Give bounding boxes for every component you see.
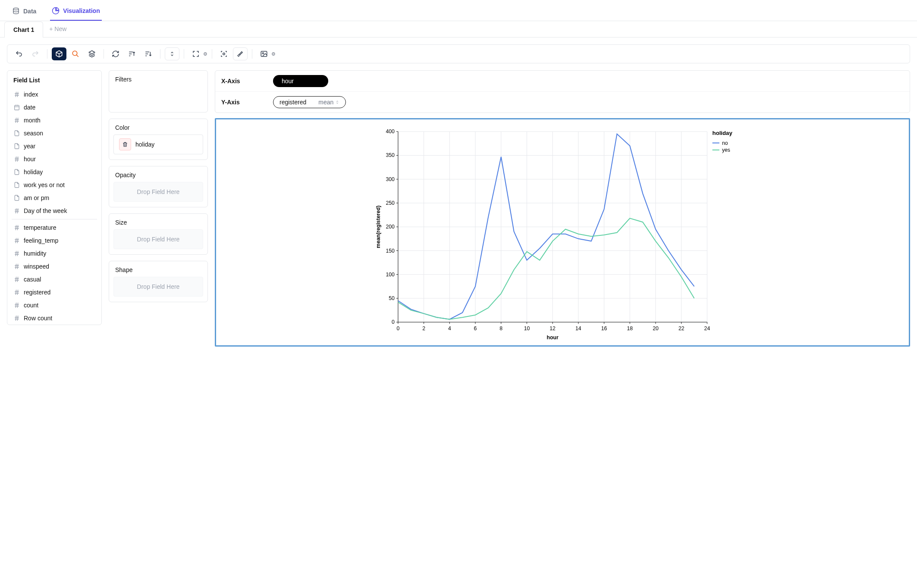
svg-text:2: 2 xyxy=(422,325,425,332)
field-humidity[interactable]: humidity xyxy=(7,247,101,260)
field-label: humidity xyxy=(24,250,46,257)
svg-text:50: 50 xyxy=(389,295,395,301)
tab-visualization[interactable]: Visualization xyxy=(50,3,101,21)
svg-text:0: 0 xyxy=(392,319,395,325)
field-index[interactable]: index xyxy=(7,88,101,101)
hash-icon xyxy=(13,315,20,322)
field-hour[interactable]: hour xyxy=(7,153,101,166)
field-holiday[interactable]: holiday xyxy=(7,166,101,178)
color-field-label: holiday xyxy=(135,141,154,148)
field-label: season xyxy=(24,130,43,137)
svg-text:8: 8 xyxy=(499,325,502,332)
toolbar-separator xyxy=(47,49,47,59)
field-temperature[interactable]: temperature xyxy=(7,221,101,234)
refresh-button[interactable] xyxy=(108,47,123,60)
field-count[interactable]: count xyxy=(7,299,101,312)
size-title: Size xyxy=(109,214,207,229)
svg-text:hour: hour xyxy=(547,335,559,341)
fullscreen-button[interactable] xyxy=(188,47,203,60)
y-axis-field-pill[interactable]: registered mean xyxy=(273,96,346,108)
toolbar-separator xyxy=(160,49,160,59)
cube-button[interactable] xyxy=(52,47,66,60)
field-am-or-pm[interactable]: am or pm xyxy=(7,191,101,204)
undo-button[interactable] xyxy=(12,47,26,60)
hash-icon xyxy=(13,237,20,244)
svg-rect-5 xyxy=(15,105,19,110)
shape-title: Shape xyxy=(109,261,207,277)
size-dropzone[interactable]: Drop Field Here xyxy=(113,229,203,249)
field-feeling_temp[interactable]: feeling_temp xyxy=(7,234,101,247)
doc-icon xyxy=(13,169,20,175)
hash-icon xyxy=(13,289,20,296)
updown-icon xyxy=(335,100,339,104)
scan-button[interactable] xyxy=(217,47,231,60)
search-button[interactable] xyxy=(68,47,83,60)
axis-config: X-Axis hour Y-Axis registered mean xyxy=(215,70,910,113)
svg-text:18: 18 xyxy=(627,325,633,332)
field-Day-of-the-week[interactable]: Day of the week xyxy=(7,204,101,217)
field-work-yes-or-not[interactable]: work yes or not xyxy=(7,178,101,191)
remove-color-button[interactable] xyxy=(119,138,131,150)
y-agg-selector[interactable]: mean xyxy=(318,99,339,106)
field-label: date xyxy=(24,104,35,111)
svg-text:400: 400 xyxy=(386,128,395,134)
field-date[interactable]: date xyxy=(7,101,101,114)
tab-data[interactable]: Data xyxy=(10,3,38,21)
svg-text:10: 10 xyxy=(524,325,530,332)
svg-text:150: 150 xyxy=(386,248,395,254)
color-field-chip[interactable]: holiday xyxy=(113,134,203,154)
field-label: Day of the week xyxy=(24,207,67,214)
svg-text:350: 350 xyxy=(386,152,395,158)
field-winspeed[interactable]: winspeed xyxy=(7,260,101,273)
svg-point-4 xyxy=(262,53,264,54)
gear-small-icon: ⚙ xyxy=(271,51,276,57)
field-casual[interactable]: casual xyxy=(7,273,101,286)
field-registered[interactable]: registered xyxy=(7,286,101,299)
toolbar-separator xyxy=(212,49,212,59)
field-label: work yes or not xyxy=(24,181,65,188)
cal-icon xyxy=(13,104,20,111)
database-icon xyxy=(12,7,20,15)
doc-icon xyxy=(13,181,20,188)
chart-tab-bar: Chart 1 + New xyxy=(0,21,917,38)
svg-text:mean(registered): mean(registered) xyxy=(375,206,381,248)
doc-icon xyxy=(13,143,20,150)
opacity-dropzone[interactable]: Drop Field Here xyxy=(113,182,203,202)
field-year[interactable]: year xyxy=(7,140,101,153)
svg-text:0: 0 xyxy=(396,325,399,332)
hash-icon xyxy=(13,207,20,214)
redo-button[interactable] xyxy=(28,47,43,60)
sort-asc-button[interactable] xyxy=(125,47,139,60)
shape-dropzone[interactable]: Drop Field Here xyxy=(113,277,203,297)
new-chart-button[interactable]: + New xyxy=(43,21,72,37)
field-month[interactable]: month xyxy=(7,114,101,127)
field-season[interactable]: season xyxy=(7,127,101,140)
top-tab-bar: Data Visualization xyxy=(0,0,917,21)
svg-text:4: 4 xyxy=(448,325,451,332)
field-label: count xyxy=(24,302,38,309)
piechart-icon xyxy=(52,7,60,15)
wrench-button[interactable] xyxy=(233,47,248,60)
shape-box: Shape Drop Field Here xyxy=(109,261,208,302)
color-box: Color holiday xyxy=(109,119,208,160)
hash-icon xyxy=(13,250,20,257)
tab-chart-1[interactable]: Chart 1 xyxy=(4,22,43,38)
x-axis-field-pill[interactable]: hour xyxy=(273,75,328,87)
chart-canvas[interactable]: 0501001502002503003504000246810121416182… xyxy=(215,118,910,347)
expand-y-button[interactable] xyxy=(165,47,179,60)
field-label: feeling_temp xyxy=(24,237,58,244)
field-label: am or pm xyxy=(24,194,49,201)
hash-icon xyxy=(13,117,20,124)
filters-dropzone[interactable] xyxy=(109,86,207,112)
color-title: Color xyxy=(109,119,207,134)
image-button[interactable] xyxy=(257,47,271,60)
hash-icon xyxy=(13,224,20,231)
hash-icon xyxy=(13,276,20,283)
svg-text:200: 200 xyxy=(386,224,395,230)
field-Row-count[interactable]: Row count xyxy=(7,312,101,325)
svg-text:16: 16 xyxy=(601,325,607,332)
layers-button[interactable] xyxy=(85,47,99,60)
y-field-name: registered xyxy=(279,99,306,106)
sort-desc-button[interactable] xyxy=(141,47,156,60)
doc-icon xyxy=(13,130,20,137)
